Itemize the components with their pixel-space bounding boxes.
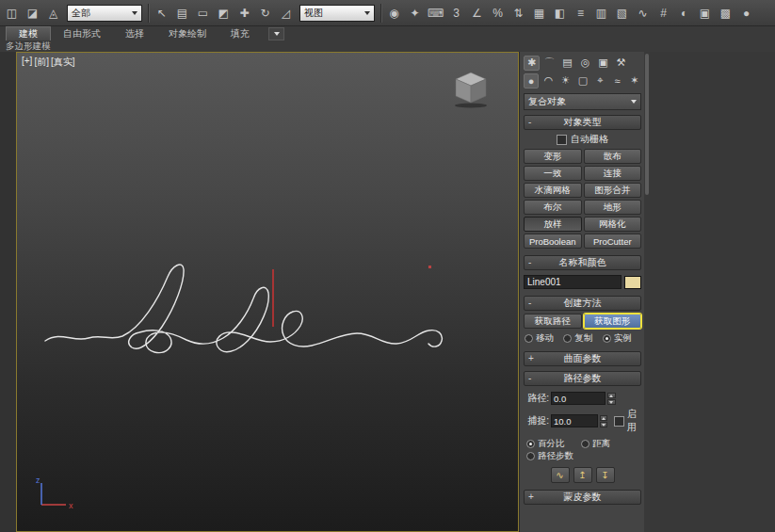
autogrid-checkbox[interactable] [557,135,567,145]
mirror-icon[interactable]: ◧ [550,3,570,24]
viewport-menu-label[interactable]: [前] [34,56,49,69]
get-shape-button[interactable]: 获取图形 [584,314,642,329]
schematic-view-icon[interactable]: # [654,3,673,24]
subtab-helpers[interactable]: ⌖ [592,73,607,89]
object-type-button[interactable]: 散布 [584,149,642,164]
ribbon-tab[interactable]: 对象绘制 [156,26,218,40]
tab-utilities[interactable]: ⚒ [613,56,629,71]
object-type-button[interactable]: 图形合并 [584,183,642,198]
named-selection-sets-icon[interactable]: ▦ [529,3,549,24]
path-value-field[interactable]: 0.0 [551,392,605,405]
rollout-header[interactable]: - 路径参数 [524,371,641,386]
object-type-button[interactable]: ProCutter [584,234,642,249]
path-spinner[interactable] [607,393,616,405]
select-and-link-icon[interactable]: ◫ [2,3,22,24]
bind-to-space-warp-icon[interactable]: ◬ [43,3,63,24]
tab-motion[interactable]: ◎ [577,56,593,71]
subtab-shapes[interactable]: ◠ [541,73,556,89]
spinner-down-icon[interactable] [607,399,616,405]
viewport-menu-label[interactable]: [+] [22,56,32,69]
object-type-button[interactable]: 地形 [584,200,642,215]
select-object-icon[interactable]: ↖ [152,3,171,24]
subtab-space-warps[interactable]: ≈ [609,73,624,89]
enable-checkbox[interactable] [614,416,624,427]
ribbon-tab[interactable]: 选择 [113,26,156,40]
radio-option[interactable]: 路径步数 [526,450,581,462]
keyboard-shortcut-override-icon[interactable]: ⌨ [426,3,445,24]
pick-shape-button[interactable]: ∿ [551,467,570,483]
reference-coordinate-dropdown[interactable]: 视图 [299,5,375,22]
object-type-button[interactable]: 放样 [524,217,582,232]
rollout-header[interactable]: - 名称和颜色 [524,255,641,270]
rendered-frame-window-icon[interactable]: ▩ [716,3,735,24]
ribbon-tab[interactable]: 填充 [218,26,262,40]
view-cube[interactable] [448,68,493,109]
object-type-button[interactable]: 布尔 [524,200,582,215]
tab-modify[interactable]: ⌒ [541,56,557,71]
rollout-header[interactable]: + 曲面参数 [524,351,641,366]
object-type-button[interactable]: 变形 [524,149,582,164]
snap-value-field[interactable]: 10.0 [551,414,598,427]
radio-option[interactable]: 复制 [563,332,602,345]
subtab-lights[interactable]: ☀ [558,73,573,89]
enable-option[interactable]: 启用 [614,408,641,434]
rollout-header[interactable]: + 蒙皮参数 [524,490,641,505]
rollout-header[interactable]: - 创建方法 [524,296,641,311]
select-and-move-icon[interactable]: ✚ [234,3,254,24]
subtab-cameras[interactable]: ▢ [575,73,590,89]
subtab-geometry[interactable]: ● [524,73,539,89]
material-editor-icon[interactable]: ◐ [674,3,694,24]
select-and-manipulate-icon[interactable]: ✦ [405,3,425,24]
spinner-down-icon[interactable] [600,422,607,427]
window-crossing-icon[interactable]: ◩ [214,3,234,24]
object-name-field[interactable]: Line001 [524,275,622,289]
ribbon-tab[interactable]: 自由形式 [51,26,113,40]
unlink-selection-icon[interactable]: ◪ [23,3,42,24]
spinner-snap-toggle-icon[interactable]: ⇅ [509,3,528,24]
layer-manager-icon[interactable]: ▥ [591,3,611,24]
ribbon-toggle-icon[interactable]: ▧ [612,3,632,24]
tab-display[interactable]: ▣ [595,56,611,71]
selection-filter-dropdown[interactable]: 全部 [67,5,142,22]
object-type-button[interactable]: ProBoolean [524,234,582,249]
rectangular-selection-region-icon[interactable]: ▭ [193,3,213,24]
viewport-canvas[interactable] [17,53,518,531]
object-type-button[interactable]: 网格化 [584,217,642,232]
spinner-up-icon[interactable] [607,393,616,398]
render-setup-icon[interactable]: ▣ [695,3,715,24]
select-and-rotate-icon[interactable]: ↻ [255,3,275,24]
love-spline[interactable] [45,265,442,353]
radio-option[interactable]: 百分比 [526,438,581,450]
get-path-button[interactable]: 获取路径 [524,314,582,329]
align-icon[interactable]: ≡ [571,3,590,24]
use-pivot-point-center-icon[interactable]: ◉ [384,3,404,24]
snap-spinner[interactable] [600,415,607,427]
viewport-menu-label[interactable]: [真实] [51,56,75,69]
tab-create[interactable]: ✱ [524,56,540,71]
snaps-toggle-icon[interactable]: 3 [446,3,466,24]
next-shape-button[interactable]: ↧ [596,467,615,483]
spinner-up-icon[interactable] [600,415,607,421]
radio-option[interactable]: 距离 [581,438,636,450]
ribbon-minimize-icon[interactable] [268,27,284,40]
percent-snap-toggle-icon[interactable]: % [488,3,508,24]
select-and-scale-icon[interactable]: ◿ [276,3,296,24]
tab-hierarchy[interactable]: ▤ [559,56,575,71]
curve-editor-icon[interactable]: ∿ [633,3,653,24]
polygon-modeling-label[interactable]: 多边形建模 [6,40,51,51]
category-dropdown[interactable]: 复合对象 [524,93,641,110]
panel-scrollbar-thumb[interactable] [645,54,649,195]
angle-snap-toggle-icon[interactable]: ∠ [467,3,487,24]
radio-option[interactable]: 移动 [525,332,563,345]
radio-option[interactable]: 实例 [603,332,641,345]
object-type-button[interactable]: 水滴网格 [524,183,582,198]
rollout-header[interactable]: - 对象类型 [524,115,641,130]
render-production-icon[interactable]: ● [736,3,756,24]
subtab-systems[interactable]: ✶ [627,73,642,89]
select-by-name-icon[interactable]: ▤ [172,3,192,24]
object-type-button[interactable]: 一致 [524,166,582,181]
ribbon-tab[interactable]: 建模 [6,26,51,40]
object-color-swatch[interactable] [624,276,641,289]
previous-shape-button[interactable]: ↥ [573,467,592,483]
object-type-button[interactable]: 连接 [584,166,642,181]
